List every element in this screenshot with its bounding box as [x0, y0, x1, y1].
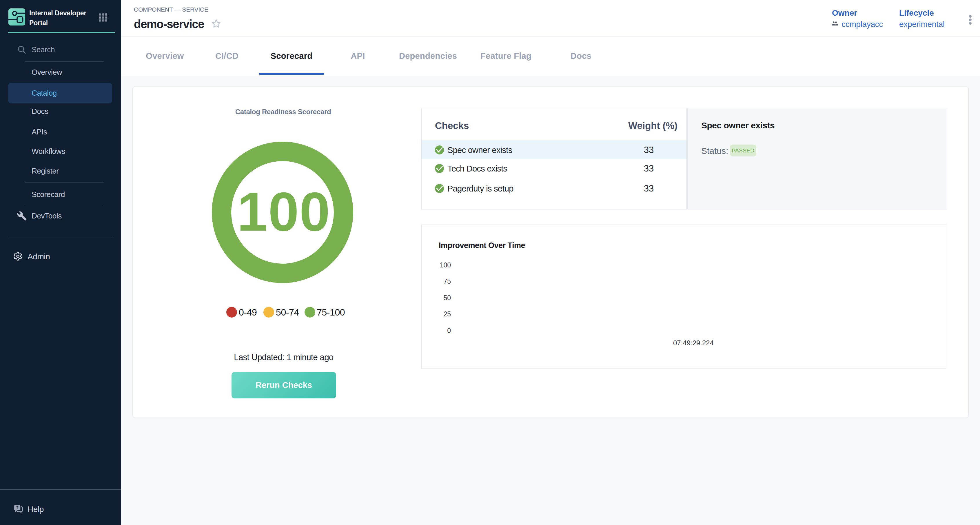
svg-text:?: ?: [16, 505, 19, 510]
